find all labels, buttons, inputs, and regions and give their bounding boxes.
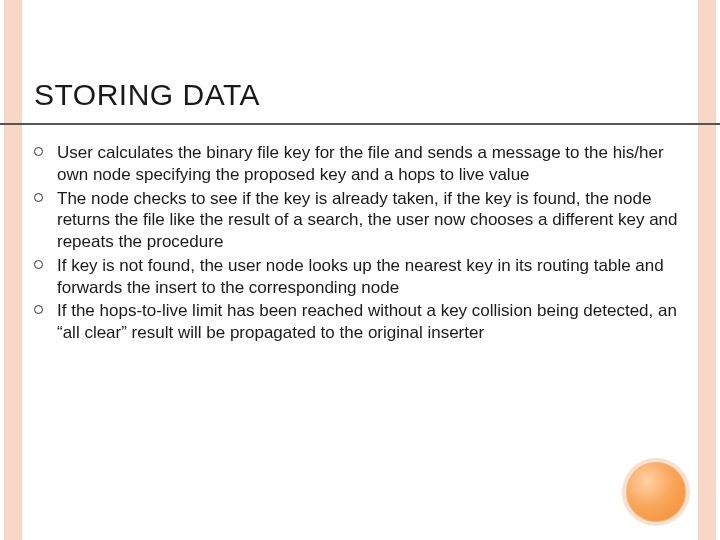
- bullet-text: The node checks to see if the key is alr…: [57, 188, 686, 253]
- bullet-text: If key is not found, the user node looks…: [57, 255, 686, 299]
- bullet-text: User calculates the binary file key for …: [57, 142, 686, 186]
- bullet-icon: [34, 305, 43, 314]
- decorative-orb-icon: [622, 458, 690, 526]
- bullet-icon: [34, 193, 43, 202]
- list-item: If the hops-to-live limit has been reach…: [34, 300, 686, 344]
- slide-title: STORING DATA: [34, 78, 260, 112]
- list-item: If key is not found, the user node looks…: [34, 255, 686, 299]
- list-item: User calculates the binary file key for …: [34, 142, 686, 186]
- slide-body: User calculates the binary file key for …: [34, 142, 686, 346]
- bullet-text: If the hops-to-live limit has been reach…: [57, 300, 686, 344]
- bullet-icon: [34, 260, 43, 269]
- bullet-icon: [34, 147, 43, 156]
- left-accent-strip: [4, 0, 22, 540]
- slide: STORING DATA User calculates the binary …: [0, 0, 720, 540]
- title-underline: [0, 123, 720, 125]
- list-item: The node checks to see if the key is alr…: [34, 188, 686, 253]
- right-accent-strip: [698, 0, 716, 540]
